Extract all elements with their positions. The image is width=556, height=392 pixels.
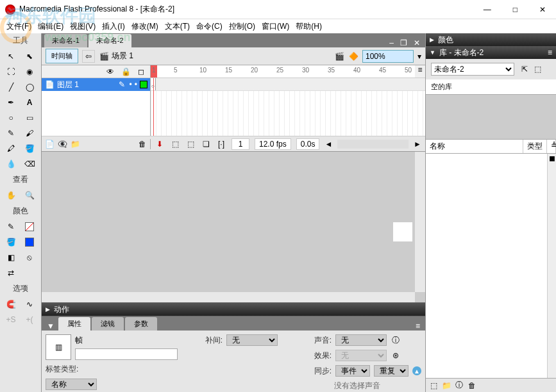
onion-skin-outlines-icon[interactable]: ⬚ bbox=[185, 139, 196, 149]
library-doc-select[interactable]: 未命名-2 bbox=[431, 63, 514, 76]
minimize-button[interactable]: — bbox=[478, 5, 496, 14]
paint-bucket-tool[interactable]: 🪣 bbox=[21, 142, 38, 156]
color-panel-header[interactable]: ▶ 颜色 bbox=[426, 33, 556, 46]
props-menu-icon[interactable]: ≡ bbox=[413, 322, 423, 331]
stage-scroll-horizontal[interactable] bbox=[42, 292, 415, 302]
new-folder-button[interactable]: 📁 bbox=[70, 139, 80, 149]
lock-column-icon[interactable]: 🔒 bbox=[121, 67, 131, 77]
gradient-transform-tool[interactable]: ◉ bbox=[21, 65, 38, 79]
layer-lock-dot[interactable]: • bbox=[135, 80, 137, 89]
actions-panel-header[interactable]: ▶ 动作 bbox=[42, 303, 425, 316]
eyedropper-tool[interactable]: 💧 bbox=[3, 157, 19, 171]
timeline-frames[interactable]: ○ bbox=[151, 78, 425, 136]
onion-skin-icon[interactable]: ⬚ bbox=[170, 139, 180, 149]
menu-modify[interactable]: 修改(M) bbox=[129, 20, 161, 33]
black-white-button[interactable]: ◧ bbox=[3, 250, 19, 265]
snap-option[interactable]: 🧲 bbox=[3, 297, 19, 311]
menu-edit[interactable]: 编辑(E) bbox=[35, 20, 66, 33]
tween-select[interactable]: 无 bbox=[226, 334, 278, 346]
new-layer-button[interactable]: 📄 bbox=[44, 139, 55, 149]
hand-tool[interactable]: ✋ bbox=[3, 188, 19, 202]
tab-parameters[interactable]: 参数 bbox=[125, 317, 157, 331]
tab-filters[interactable]: 滤镜 bbox=[92, 317, 124, 331]
swap-colors-button[interactable]: ⇄ bbox=[3, 266, 19, 280]
labeltype-select[interactable]: 名称 bbox=[46, 379, 97, 390]
timeline-ruler[interactable]: 1 5 10 15 20 25 30 35 40 45 50 bbox=[151, 65, 415, 78]
subselection-tool[interactable]: ⬉ bbox=[21, 49, 38, 63]
lib-col-name[interactable]: 名称 bbox=[426, 140, 523, 153]
repeat-select[interactable]: 重复 bbox=[374, 365, 409, 377]
doc-minimize[interactable]: – bbox=[387, 38, 396, 47]
new-library-icon[interactable]: ⬚ bbox=[532, 64, 543, 74]
timeline-scroll-left[interactable]: ◄ bbox=[324, 140, 332, 149]
timeline-scrollbar[interactable] bbox=[337, 140, 409, 149]
close-button[interactable]: ✕ bbox=[534, 5, 551, 14]
lib-col-type[interactable]: 类型 bbox=[523, 140, 547, 153]
layer-visible-dot[interactable]: • bbox=[130, 80, 132, 89]
maximize-button[interactable]: □ bbox=[508, 5, 523, 14]
library-panel-header[interactable]: ▼ 库 - 未命名-2 ≡ bbox=[426, 46, 556, 59]
edit-scene-icon[interactable]: 🎬 bbox=[334, 51, 344, 61]
menu-file[interactable]: 文件(F) bbox=[4, 20, 34, 33]
new-symbol-button[interactable]: ⬚ bbox=[428, 380, 439, 391]
timeline-scroll-right[interactable]: ► bbox=[414, 140, 421, 149]
frame-label-input[interactable] bbox=[75, 348, 178, 360]
scene-indicator[interactable]: 🎬 场景 1 bbox=[99, 51, 133, 61]
lib-sort-icon[interactable]: ≜ bbox=[547, 140, 556, 153]
stage-area[interactable] bbox=[42, 152, 425, 302]
timeline-toggle-button[interactable]: 时间轴 bbox=[46, 49, 78, 63]
stage-scroll-vertical[interactable] bbox=[415, 152, 425, 292]
menu-control[interactable]: 控制(O) bbox=[226, 20, 258, 33]
delete-lib-button[interactable]: 🗑 bbox=[467, 380, 477, 391]
edit-effect-icon[interactable]: ⊛ bbox=[391, 350, 401, 361]
center-frame-icon[interactable]: ⬇ bbox=[155, 139, 165, 149]
no-color-button[interactable]: ⦸ bbox=[21, 250, 38, 265]
doc-tab-1[interactable]: 未命名-1 bbox=[44, 34, 87, 47]
outline-column-icon[interactable]: ◻ bbox=[136, 67, 146, 77]
eye-column-icon[interactable]: 👁 bbox=[105, 67, 115, 77]
new-guide-layer-button[interactable]: 👁‍🗨 bbox=[57, 139, 67, 149]
menu-help[interactable]: 帮助(H) bbox=[293, 20, 324, 33]
menu-insert[interactable]: 插入(I) bbox=[99, 20, 127, 33]
edit-symbol-icon[interactable]: 🔶 bbox=[348, 51, 358, 61]
selection-tool[interactable]: ↖ bbox=[3, 49, 19, 63]
modify-onion-markers-icon[interactable]: [·] bbox=[216, 139, 226, 149]
zoom-tool[interactable]: 🔍 bbox=[21, 188, 38, 202]
props-collapse-icon[interactable]: ▼ bbox=[44, 322, 57, 331]
library-menu-icon[interactable]: ≡ bbox=[548, 48, 552, 57]
delete-layer-button[interactable]: 🗑 bbox=[137, 139, 147, 149]
pen-tool[interactable]: ✒ bbox=[3, 95, 19, 110]
layer-outline-swatch[interactable] bbox=[140, 81, 147, 88]
brush-tool[interactable]: 🖌 bbox=[21, 126, 38, 140]
doc-close[interactable]: ✕ bbox=[411, 38, 423, 47]
pin-library-icon[interactable]: ⇱ bbox=[519, 64, 530, 74]
menu-commands[interactable]: 命令(C) bbox=[194, 20, 225, 33]
fill-color[interactable]: 🪣 bbox=[3, 235, 19, 249]
rectangle-tool[interactable]: ▭ bbox=[21, 111, 38, 125]
zoom-input[interactable] bbox=[362, 50, 414, 63]
timeline-menu-icon[interactable]: ≡ bbox=[415, 65, 425, 78]
free-transform-tool[interactable]: ⛶ bbox=[3, 65, 19, 79]
tab-properties[interactable]: 属性 bbox=[58, 317, 90, 331]
zoom-dropdown-icon[interactable]: ▾ bbox=[417, 52, 421, 61]
ink-bottle-tool[interactable]: 🖍 bbox=[3, 142, 19, 156]
menu-window[interactable]: 窗口(W) bbox=[259, 20, 292, 33]
properties-lib-button[interactable]: ⓘ bbox=[454, 380, 464, 391]
expand-icon[interactable]: ▲ bbox=[412, 366, 421, 375]
effect-select[interactable]: 无 bbox=[335, 350, 387, 361]
oval-tool[interactable]: ○ bbox=[3, 111, 19, 125]
line-tool[interactable]: ╱ bbox=[3, 80, 19, 94]
help-icon[interactable]: ⓘ bbox=[391, 335, 401, 345]
stroke-swatch[interactable] bbox=[21, 220, 38, 234]
menu-view[interactable]: 视图(V) bbox=[67, 20, 98, 33]
fill-swatch[interactable] bbox=[21, 235, 38, 249]
layer-row[interactable]: 📄 图层 1 ✎ • • bbox=[42, 78, 150, 91]
edit-multiple-frames-icon[interactable]: ❏ bbox=[201, 139, 211, 149]
stroke-color[interactable]: ✎ bbox=[3, 220, 19, 234]
lasso-tool[interactable]: ◯ bbox=[21, 80, 38, 94]
library-scrollbar[interactable]: ◼ bbox=[547, 154, 556, 378]
library-list[interactable]: ◼ bbox=[426, 154, 556, 378]
other-option[interactable]: +( bbox=[21, 313, 38, 327]
pencil-tool[interactable]: ✎ bbox=[3, 126, 19, 140]
straighten-option[interactable]: +S bbox=[3, 313, 19, 327]
